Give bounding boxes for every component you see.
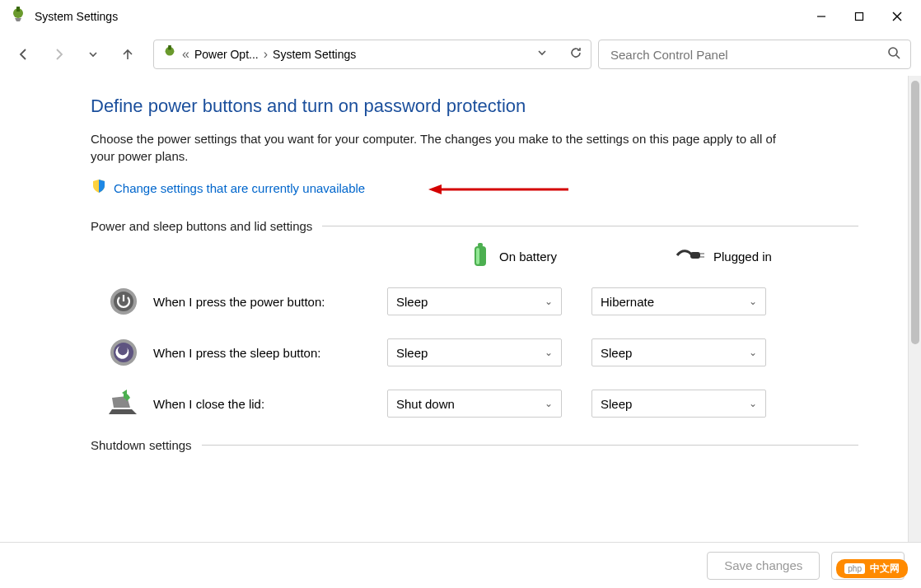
control-panel-icon (162, 45, 177, 63)
breadcrumb-current[interactable]: System Settings (273, 48, 356, 61)
title-bar: System Settings (0, 0, 921, 33)
refresh-button[interactable] (569, 46, 582, 63)
annotation-arrow (428, 183, 568, 199)
breadcrumb-prefix: « (182, 47, 189, 62)
power-icon (107, 285, 140, 318)
row-sleep-label: When I press the sleep button: (153, 346, 387, 360)
power-button-battery-value: Sleep (396, 295, 428, 309)
maximize-button[interactable] (840, 3, 878, 30)
svg-rect-15 (690, 252, 700, 259)
svg-rect-1 (16, 7, 20, 12)
window-title: System Settings (35, 10, 118, 23)
svg-rect-13 (478, 243, 483, 247)
recent-dropdown[interactable] (79, 40, 107, 68)
svg-point-8 (889, 48, 897, 56)
power-button-plugged-select[interactable]: Hibernate⌄ (591, 287, 766, 315)
chevron-down-icon: ⌄ (749, 347, 757, 358)
row-power-button: When I press the power button: Sleep⌄ Hi… (107, 285, 858, 318)
forward-button[interactable] (44, 40, 72, 68)
section-power-sleep: Power and sleep buttons and lid settings (91, 219, 858, 233)
search-box[interactable] (598, 40, 911, 69)
svg-marker-11 (428, 184, 442, 194)
watermark-text: 中文网 (870, 562, 900, 576)
search-icon[interactable] (887, 46, 900, 63)
row-lid-label: When I close the lid: (153, 397, 387, 411)
chevron-down-icon: ⌄ (545, 347, 553, 358)
row-power-label: When I press the power button: (153, 295, 387, 309)
breadcrumb-parent[interactable]: Power Opt... (194, 48, 259, 61)
chevron-down-icon: ⌄ (749, 296, 757, 307)
chevron-down-icon: ⌄ (749, 398, 757, 409)
battery-icon (470, 241, 491, 272)
sleep-button-plugged-select[interactable]: Sleep⌄ (591, 338, 766, 366)
close-lid-plugged-select[interactable]: Sleep⌄ (591, 390, 766, 418)
footer: Save changes Cancel (0, 542, 921, 588)
minimize-button[interactable] (802, 3, 840, 30)
sleep-button-battery-value: Sleep (396, 346, 428, 360)
svg-rect-3 (856, 13, 863, 21)
power-button-battery-select[interactable]: Sleep⌄ (387, 287, 562, 315)
address-dropdown-icon[interactable] (536, 47, 548, 62)
save-button[interactable]: Save changes (707, 552, 820, 580)
shield-icon (91, 178, 107, 198)
chevron-down-icon: ⌄ (545, 296, 553, 307)
row-sleep-button: When I press the sleep button: Sleep⌄ Sl… (107, 336, 858, 369)
close-button[interactable] (878, 3, 916, 30)
plug-icon (676, 247, 705, 266)
watermark: 中文网 (836, 559, 908, 578)
column-plugged-in: Plugged in (676, 247, 840, 266)
up-button[interactable] (114, 40, 142, 68)
column-on-battery: On battery (470, 241, 634, 272)
section-shutdown: Shutdown settings (91, 438, 858, 452)
sleep-icon (107, 336, 140, 369)
address-bar[interactable]: « Power Opt... › System Settings (153, 40, 591, 69)
search-input[interactable] (609, 47, 887, 63)
close-lid-battery-select[interactable]: Shut down⌄ (387, 390, 562, 418)
column-battery-label: On battery (499, 250, 557, 264)
sleep-button-plugged-value: Sleep (601, 346, 632, 360)
section-shutdown-label: Shutdown settings (91, 438, 192, 452)
svg-rect-7 (168, 45, 171, 49)
lid-icon (107, 387, 140, 420)
row-close-lid: When I close the lid: Shut down⌄ Sleep⌄ (107, 387, 858, 420)
chevron-down-icon: ⌄ (545, 398, 553, 409)
toolbar: « Power Opt... › System Settings (0, 33, 921, 76)
scrollbar[interactable] (908, 76, 921, 542)
back-button[interactable] (10, 40, 38, 68)
scroll-thumb[interactable] (911, 81, 919, 344)
content-area: Define power buttons and turn on passwor… (0, 76, 908, 542)
page-description: Choose the power settings that you want … (91, 130, 799, 165)
section-power-sleep-label: Power and sleep buttons and lid settings (91, 219, 312, 233)
power-button-plugged-value: Hibernate (601, 295, 654, 309)
page-heading: Define power buttons and turn on passwor… (91, 96, 858, 117)
app-icon (10, 7, 26, 26)
chevron-right-icon: › (264, 47, 268, 62)
svg-line-9 (896, 55, 900, 58)
svg-rect-14 (476, 248, 479, 264)
column-plugged-label: Plugged in (713, 250, 772, 264)
close-lid-battery-value: Shut down (396, 397, 455, 411)
close-lid-plugged-value: Sleep (601, 397, 632, 411)
sleep-button-battery-select[interactable]: Sleep⌄ (387, 338, 562, 366)
change-settings-link[interactable]: Change settings that are currently unava… (114, 181, 365, 195)
